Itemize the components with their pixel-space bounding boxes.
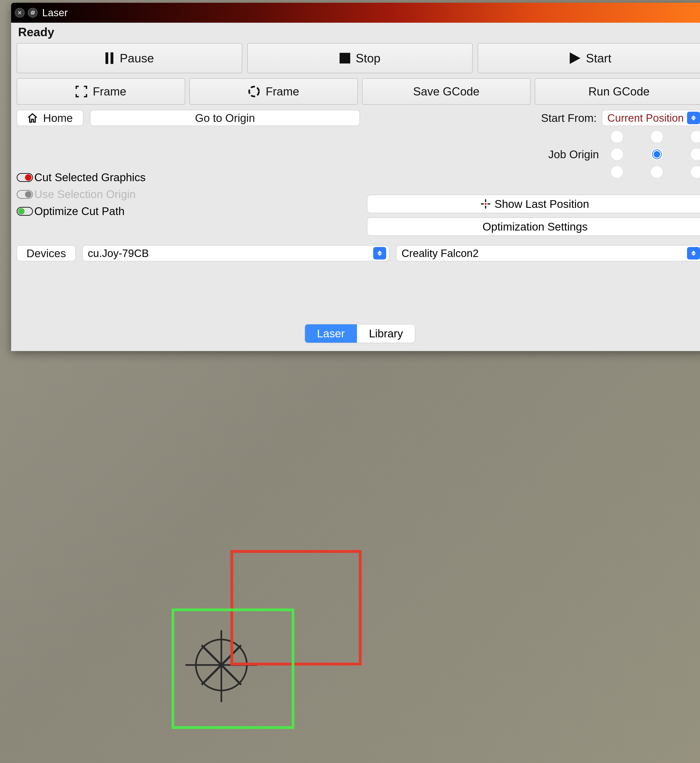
start-from-label: Start From: xyxy=(541,112,597,125)
profile-value: Creality Falcon2 xyxy=(402,247,684,259)
job-origin-radio-tc[interactable] xyxy=(650,130,663,143)
frame-square-label: Frame xyxy=(93,85,126,98)
use-selection-origin-toggle[interactable] xyxy=(17,190,33,199)
play-icon xyxy=(570,52,580,64)
devices-label: Devices xyxy=(27,247,66,260)
job-origin-label: Job Origin xyxy=(548,148,599,161)
select-stepper-icon xyxy=(687,112,700,124)
svg-rect-5 xyxy=(31,12,34,14)
port-value: cu.Joy-79CB xyxy=(88,247,370,259)
svg-rect-7 xyxy=(105,52,108,64)
stop-icon xyxy=(339,53,350,64)
job-origin-radio-tl[interactable] xyxy=(611,130,623,143)
window-restore-button[interactable] xyxy=(28,8,38,18)
pause-label: Pause xyxy=(120,51,154,65)
job-origin-radio-mr[interactable] xyxy=(690,148,700,161)
green-reference-square xyxy=(172,609,294,729)
job-origin-radio-tr[interactable] xyxy=(690,130,700,143)
use-selection-origin-label: Use Selection Origin xyxy=(34,188,136,201)
window-title: Laser xyxy=(42,7,68,19)
job-origin-radio-br[interactable] xyxy=(690,165,700,178)
titlebar: Laser xyxy=(11,3,700,23)
svg-rect-8 xyxy=(111,52,113,64)
job-origin-grid xyxy=(611,130,700,178)
tab-library[interactable]: Library xyxy=(357,325,415,343)
pause-icon xyxy=(105,52,114,64)
cut-selected-row: Cut Selected Graphics xyxy=(17,171,360,184)
save-gcode-label: Save GCode xyxy=(413,85,479,98)
pause-button[interactable]: Pause xyxy=(17,43,242,73)
frame-square-button[interactable]: Frame xyxy=(17,78,185,105)
tab-laser[interactable]: Laser xyxy=(305,325,357,343)
svg-rect-9 xyxy=(339,53,350,64)
stop-button[interactable]: Stop xyxy=(247,43,473,73)
cut-selected-label: Cut Selected Graphics xyxy=(34,171,145,184)
optimize-cut-path-label: Optimize Cut Path xyxy=(34,205,125,218)
job-origin-radio-ml[interactable] xyxy=(611,148,623,161)
select-stepper-icon xyxy=(373,247,386,259)
use-selection-origin-row: Use Selection Origin xyxy=(17,188,360,201)
optimization-settings-button[interactable]: Optimization Settings xyxy=(367,217,700,236)
start-button[interactable]: Start xyxy=(478,43,700,73)
show-last-position-button[interactable]: Show Last Position xyxy=(367,195,700,213)
save-gcode-button[interactable]: Save GCode xyxy=(362,78,531,105)
svg-point-11 xyxy=(249,87,259,97)
go-to-origin-label: Go to Origin xyxy=(195,112,255,125)
frame-circle-button[interactable]: Frame xyxy=(189,78,358,105)
window-close-button[interactable] xyxy=(15,8,25,18)
status-text: Ready xyxy=(17,23,700,43)
job-origin-radio-mc[interactable] xyxy=(650,148,663,161)
frame-square-icon xyxy=(75,86,87,97)
run-gcode-button[interactable]: Run GCode xyxy=(535,78,700,105)
run-gcode-label: Run GCode xyxy=(588,85,650,98)
crosshair-icon xyxy=(481,199,490,209)
frame-circle-icon xyxy=(248,86,260,98)
show-last-position-label: Show Last Position xyxy=(494,198,589,211)
cut-selected-toggle[interactable] xyxy=(17,173,33,182)
port-select[interactable]: cu.Joy-79CB xyxy=(82,245,390,261)
svg-marker-10 xyxy=(570,52,580,64)
job-origin-radio-bc[interactable] xyxy=(650,165,663,178)
optimization-settings-label: Optimization Settings xyxy=(483,220,588,233)
home-icon xyxy=(27,113,38,123)
profile-select[interactable]: Creality Falcon2 xyxy=(396,245,700,261)
panel-tab-segment: Laser Library xyxy=(305,324,416,343)
optimize-cut-path-row: Optimize Cut Path xyxy=(17,205,360,218)
home-button[interactable]: Home xyxy=(17,110,83,126)
job-origin-radio-bl[interactable] xyxy=(611,165,623,178)
frame-circle-label: Frame xyxy=(266,85,299,98)
start-label: Start xyxy=(586,51,611,65)
laser-panel-window: Laser Ready Pause Stop xyxy=(11,3,700,351)
devices-button[interactable]: Devices xyxy=(17,245,76,261)
start-from-select[interactable]: Current Position xyxy=(602,110,700,126)
go-to-origin-button[interactable]: Go to Origin xyxy=(90,110,360,126)
svg-point-16 xyxy=(485,203,486,205)
home-label: Home xyxy=(43,112,73,125)
start-from-value: Current Position xyxy=(607,112,684,124)
optimize-cut-path-toggle[interactable] xyxy=(17,207,33,216)
select-stepper-icon xyxy=(687,247,700,259)
svg-rect-6 xyxy=(32,11,34,13)
stop-label: Stop xyxy=(356,51,381,65)
